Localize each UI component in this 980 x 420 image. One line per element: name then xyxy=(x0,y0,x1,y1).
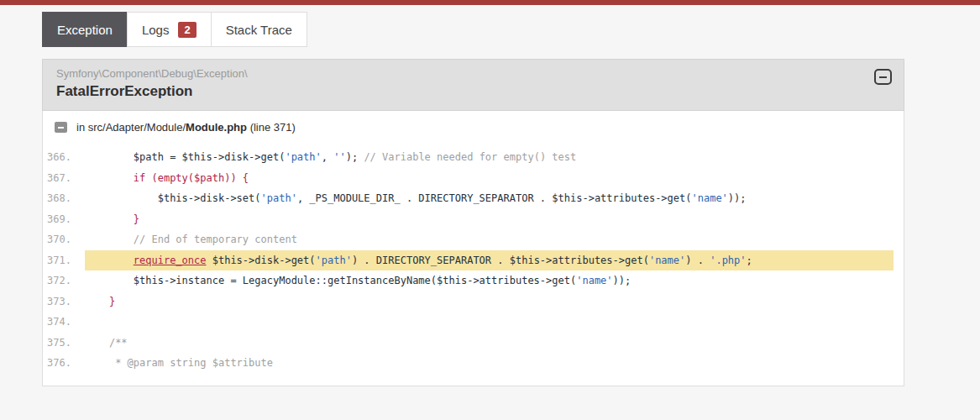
line-number: 374. xyxy=(43,312,85,333)
line-code: $this->instance = LegacyModule::getInsta… xyxy=(85,270,894,291)
code-line: 374. xyxy=(43,312,904,333)
line-code: $path = $this->disk->get('path', ''); //… xyxy=(85,147,894,168)
top-accent-bar xyxy=(0,0,980,5)
line-code xyxy=(85,312,894,333)
code-line: 366. $path = $this->disk->get('path', ''… xyxy=(43,147,904,168)
tab-stack-trace-label: Stack Trace xyxy=(226,23,292,37)
exception-namespace: Symfony\Component\Debug\Exception\ xyxy=(56,67,890,81)
line-number: 368. xyxy=(43,188,85,209)
file-location: in src/Adapter/Module/Module.php (line 3… xyxy=(76,121,296,134)
file-name: Module.php xyxy=(186,121,247,134)
line-number: 369. xyxy=(43,209,85,230)
line-code: /** xyxy=(85,333,894,354)
exception-name: FatalErrorException xyxy=(56,83,890,100)
line-code: } xyxy=(85,291,894,312)
tab-stack-trace[interactable]: Stack Trace xyxy=(211,12,307,47)
logs-count-badge: 2 xyxy=(178,22,196,38)
code-line: 375. /** xyxy=(43,333,904,354)
line-number: 366. xyxy=(43,147,85,168)
file-location-row: in src/Adapter/Module/Module.php (line 3… xyxy=(43,111,904,142)
tab-exception-label: Exception xyxy=(57,23,113,37)
line-code: if (empty($path)) { xyxy=(85,168,894,189)
tab-exception[interactable]: Exception xyxy=(42,12,128,47)
line-number: 376. xyxy=(43,353,85,374)
code-line: 372. $this->instance = LegacyModule::get… xyxy=(43,270,904,291)
line-number: 370. xyxy=(43,229,85,250)
code-line: 369. } xyxy=(43,209,904,230)
debug-tabs: Exception Logs 2 Stack Trace xyxy=(42,12,980,47)
code-line-highlighted: 371. require_once $this->disk->get('path… xyxy=(43,250,904,271)
line-code: // End of temporary content xyxy=(85,229,894,250)
collapse-exception-button[interactable] xyxy=(874,69,892,85)
code-line: 370. // End of temporary content xyxy=(43,229,904,250)
tab-logs-label: Logs xyxy=(142,23,170,37)
line-code: $this->disk->set('path', _PS_MODULE_DIR_… xyxy=(85,188,894,209)
line-code: * @param string $attribute xyxy=(85,353,894,374)
line-code: require_once $this->disk->get('path') . … xyxy=(85,250,894,271)
exception-panel: Symfony\Component\Debug\Exception\ Fatal… xyxy=(42,59,904,386)
exception-body: in src/Adapter/Module/Module.php (line 3… xyxy=(42,111,904,386)
code-listing: 366. $path = $this->disk->get('path', ''… xyxy=(43,142,904,386)
minus-icon xyxy=(58,127,64,129)
line-number: 372. xyxy=(43,270,85,291)
collapse-code-button[interactable] xyxy=(55,122,67,133)
line-number: 375. xyxy=(43,333,85,354)
line-number: 367. xyxy=(43,168,85,189)
tab-logs[interactable]: Logs 2 xyxy=(127,12,212,47)
file-location-prefix: in src/Adapter/Module/ xyxy=(76,121,186,134)
code-line: 373. } xyxy=(43,291,904,312)
line-number: 373. xyxy=(43,291,85,312)
minus-icon xyxy=(879,76,887,78)
exception-header: Symfony\Component\Debug\Exception\ Fatal… xyxy=(42,59,904,111)
line-number: 371. xyxy=(43,250,85,271)
file-location-suffix: (line 371) xyxy=(247,121,296,134)
code-line: 368. $this->disk->set('path', _PS_MODULE… xyxy=(43,188,904,209)
code-line: 376. * @param string $attribute xyxy=(43,353,904,374)
code-line: 367. if (empty($path)) { xyxy=(43,168,904,189)
line-code: } xyxy=(85,209,894,230)
